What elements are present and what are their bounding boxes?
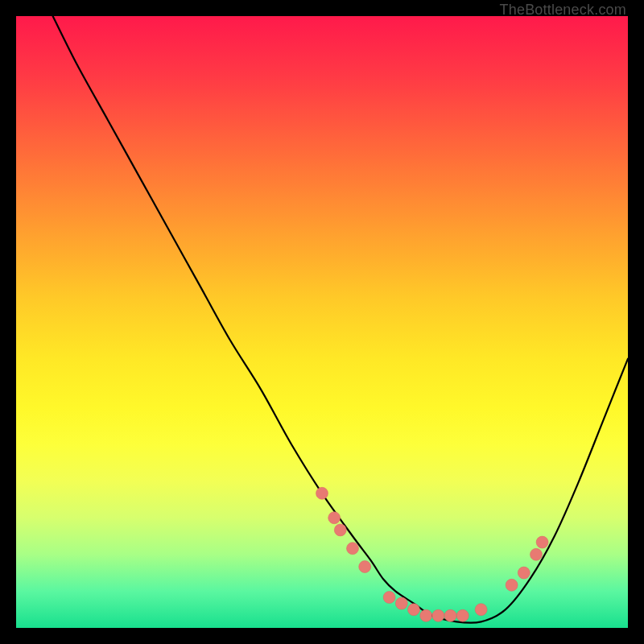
data-point <box>408 604 420 616</box>
data-point <box>536 536 548 548</box>
data-point <box>475 604 487 616</box>
plot-area <box>16 16 628 628</box>
data-point <box>316 487 328 499</box>
data-point <box>444 609 456 621</box>
watermark-text: TheBottleneck.com <box>500 2 626 19</box>
data-point <box>506 579 518 591</box>
data-point <box>334 524 346 536</box>
data-point <box>359 561 371 573</box>
data-point <box>530 548 543 560</box>
data-point <box>328 512 341 524</box>
data-point <box>383 592 395 604</box>
data-point <box>347 543 359 555</box>
data-point <box>395 597 407 609</box>
data-point <box>432 609 444 621</box>
chart-svg <box>16 16 628 628</box>
data-point <box>518 567 530 579</box>
data-point <box>420 609 432 621</box>
chart-frame: TheBottleneck.com <box>0 0 644 644</box>
data-point <box>456 609 469 621</box>
